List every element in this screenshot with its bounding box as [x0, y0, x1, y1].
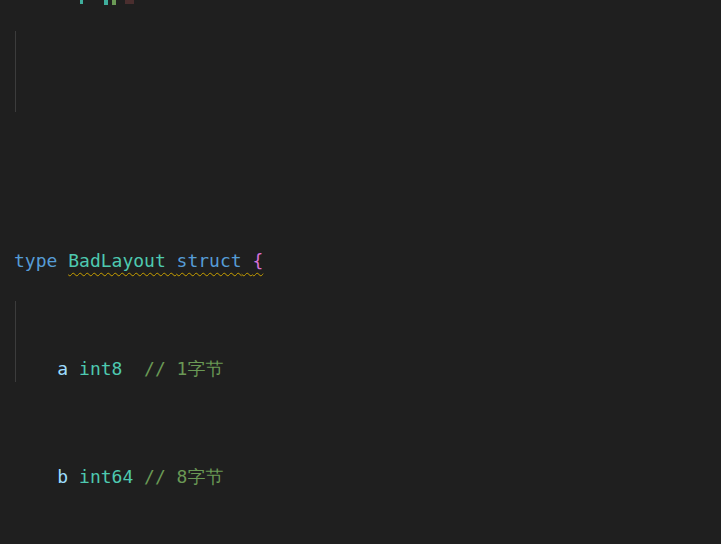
token-whitespace: [122, 358, 144, 379]
code-line-3[interactable]: b int64 // 8字节: [14, 463, 721, 490]
code-line-1[interactable]: type BadLayout struct {: [14, 247, 721, 274]
clipped-text-artifact: [80, 0, 83, 4]
token-whitespace: [166, 250, 177, 271]
token-whitespace: [68, 466, 79, 487]
token-type-name: BadLayout: [68, 250, 166, 271]
token-whitespace: [242, 250, 253, 271]
code-line-2[interactable]: a int8 // 1字节: [14, 355, 721, 382]
token-open-brace: {: [252, 250, 263, 271]
token-keyword: struct: [177, 250, 242, 271]
indent-guide: [15, 31, 16, 112]
token-indent: [14, 358, 57, 379]
token-type-name: int8: [79, 358, 122, 379]
clipped-text-artifact: [104, 0, 108, 5]
token-comment: // 1字节: [144, 358, 223, 379]
token-keyword: type: [14, 250, 57, 271]
indent-guide: [15, 301, 16, 382]
token-whitespace: [57, 250, 68, 271]
clipped-text-artifact: [112, 0, 116, 5]
clipped-text-artifact: [125, 0, 134, 4]
token-comment: // 8字节: [144, 466, 223, 487]
code-editor[interactable]: type BadLayout struct { a int8 // 1字节 b …: [0, 0, 721, 544]
token-indent: [14, 466, 57, 487]
warning-squiggle: BadLayout struct {: [68, 250, 263, 271]
token-field-name: b: [57, 466, 68, 487]
token-whitespace: [133, 466, 144, 487]
token-whitespace: [68, 358, 79, 379]
token-type-name: int64: [79, 466, 133, 487]
token-field-name: a: [57, 358, 68, 379]
